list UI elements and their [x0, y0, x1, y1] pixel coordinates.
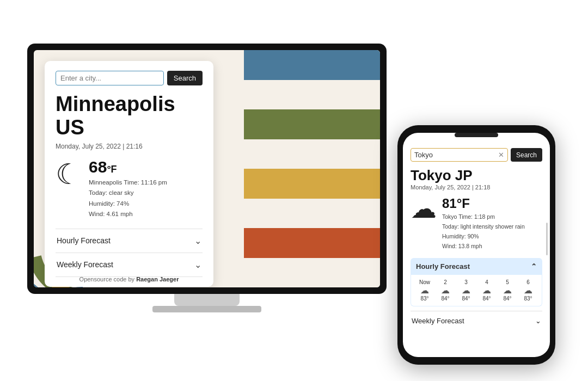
phone-time-label: Tokyo Time: 1:18 pm: [442, 212, 525, 222]
desktop-weather-details: Minneapolis Time: 11:16 pm Today: clear …: [89, 177, 167, 220]
phone-hourly-label: Hourly Forecast: [416, 262, 470, 271]
desktop-weather-icon: ☾: [56, 160, 81, 188]
phone-hourly-row: Now ☁ 83° 2 ☁ 84° 3 ☁ 84°: [414, 279, 538, 302]
phone-weekly-label: Weekly Forecast: [412, 317, 464, 325]
desktop-humidity-label: Humidity: 74%: [89, 199, 167, 210]
desktop-temperature: 68°F: [89, 158, 167, 176]
hourly-cloud-icon-5: ☁: [497, 285, 518, 296]
phone-frame: Tokyo ✕ Search Tokyo JP Monday, July 25,…: [397, 125, 555, 365]
phone-content: Tokyo ✕ Search Tokyo JP Monday, July 25,…: [403, 133, 550, 357]
desktop-date-line: Monday, July 25, 2022 | 21:16: [56, 143, 203, 150]
phone-hourly-body: Now ☁ 83° 2 ☁ 84° 3 ☁ 84°: [411, 275, 542, 306]
desktop-weekly-chevron-icon: ⌄: [194, 260, 201, 270]
phone-date-line: Monday, July 25, 2022 | 21:18: [411, 184, 542, 190]
hourly-col-6: 6 ☁ 83°: [518, 279, 538, 302]
phone-wind-label: Wind: 13.8 mph: [442, 242, 525, 251]
desktop-weekly-forecast-item[interactable]: Weekly Forecast ⌄: [56, 253, 203, 277]
phone-weekly-forecast-item[interactable]: Weekly Forecast ⌄: [411, 311, 542, 330]
phone-temperature: 81°F: [442, 196, 525, 211]
phone-search-button[interactable]: Search: [511, 148, 542, 162]
phone-hourly-header[interactable]: Hourly Forecast ⌃: [411, 258, 542, 275]
desktop-search-input[interactable]: [56, 71, 164, 85]
phone-sky-label: Today: light intensity shower rain: [442, 222, 525, 232]
desktop-weather-row: ☾ 68°F Minneapolis Time: 11:16 pm Today:…: [56, 158, 203, 220]
desktop-weekly-forecast-label: Weekly Forecast: [57, 260, 113, 269]
phone-weather-details: Tokyo Time: 1:18 pm Today: light intensi…: [442, 212, 525, 251]
desktop-wind-label: Wind: 4.61 mph: [89, 209, 167, 220]
hourly-cloud-icon-3: ☁: [456, 285, 476, 296]
desktop-hourly-chevron-icon: ⌄: [194, 236, 201, 246]
phone-screen: Tokyo ✕ Search Tokyo JP Monday, July 25,…: [403, 133, 550, 357]
desktop-search-row: Search: [56, 71, 203, 85]
hourly-cloud-icon-now: ☁: [414, 285, 435, 296]
phone-weekly-chevron-icon: ⌄: [535, 317, 541, 325]
hourly-col-3: 3 ☁ 84°: [456, 279, 476, 302]
desktop-temp-block: 68°F Minneapolis Time: 11:16 pm Today: c…: [89, 158, 167, 220]
phone-mock: Tokyo ✕ Search Tokyo JP Monday, July 25,…: [397, 125, 555, 365]
phone-notch: [455, 133, 498, 137]
desktop-search-button[interactable]: Search: [167, 71, 203, 85]
phone-hourly-chevron-up-icon: ⌃: [531, 262, 537, 271]
phone-search-value: Tokyo: [414, 151, 496, 159]
phone-scroll-bar: [546, 223, 548, 255]
phone-search-row: Tokyo ✕ Search: [411, 148, 542, 162]
desktop-city-name: Minneapolis: [56, 93, 203, 116]
monitor-base: [152, 306, 261, 312]
phone-weather-row: ☁ 81°F Tokyo Time: 1:18 pm Today: light …: [411, 196, 542, 251]
hourly-col-now: Now ☁ 83°: [414, 279, 435, 302]
desktop-sky-label: Today: clear sky: [89, 188, 167, 199]
desktop-attribution-link[interactable]: Raegan Jaeger: [136, 276, 179, 282]
phone-humidity-label: Humidity: 90%: [442, 232, 525, 242]
phone-weather-icon: ☁: [411, 196, 437, 222]
hourly-cloud-icon-2: ☁: [435, 285, 456, 296]
desktop-attribution: Opensource code by Raegan Jaeger: [79, 276, 179, 282]
monitor-frame: Search Minneapolis US Monday, July 25, 2…: [27, 44, 387, 294]
hourly-col-2: 2 ☁ 84°: [435, 279, 456, 302]
desktop-hourly-forecast-label: Hourly Forecast: [57, 236, 111, 245]
phone-city-name: Tokyo JP: [411, 167, 542, 184]
hourly-col-5: 5 ☁ 84°: [497, 279, 518, 302]
hourly-col-4: 4 ☁ 84°: [476, 279, 497, 302]
phone-temp-block: 81°F Tokyo Time: 1:18 pm Today: light in…: [442, 196, 525, 251]
desktop-forecast-accordion: Hourly Forecast ⌄ Weekly Forecast ⌄: [56, 229, 203, 277]
phone-search-input-wrap[interactable]: Tokyo ✕: [411, 148, 508, 162]
background-stripes: [244, 50, 380, 287]
monitor-stand: [174, 294, 240, 306]
desktop-time-label: Minneapolis Time: 11:16 pm: [89, 177, 167, 188]
desktop-weather-card: Search Minneapolis US Monday, July 25, 2…: [45, 61, 213, 287]
desktop-city-country: US: [56, 116, 203, 139]
hourly-cloud-icon-6: ☁: [518, 285, 538, 296]
phone-clear-icon[interactable]: ✕: [498, 151, 504, 159]
desktop-hourly-forecast-item[interactable]: Hourly Forecast ⌄: [56, 229, 203, 253]
monitor-screen: Search Minneapolis US Monday, July 25, 2…: [34, 50, 380, 287]
desktop-mock: Search Minneapolis US Monday, July 25, 2…: [27, 44, 387, 310]
hourly-cloud-icon-4: ☁: [476, 285, 497, 296]
